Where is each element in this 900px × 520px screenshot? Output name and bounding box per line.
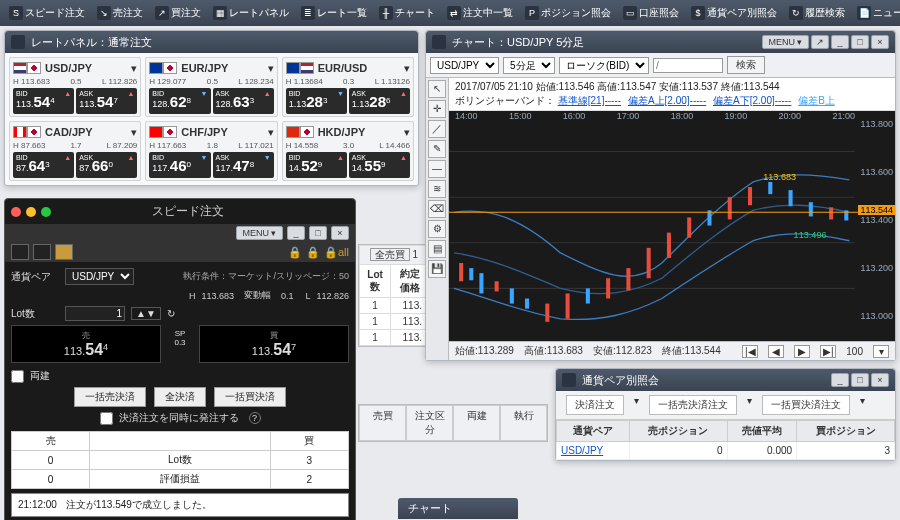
tab-bulk-buy[interactable]: 一括買決済注文 — [762, 395, 850, 415]
chart-date-input[interactable] — [653, 58, 723, 73]
rate-card-EURUSD[interactable]: EUR/USD▾H 1.136840.3L 1.13126BID▼1.13283… — [282, 57, 414, 117]
all-trade-button[interactable]: 全売買 — [370, 248, 410, 261]
card-menu[interactable]: ▾ — [131, 62, 137, 75]
both-checkbox[interactable] — [11, 370, 24, 383]
close-all-button[interactable]: 全決済 — [154, 387, 206, 407]
eraser-tool[interactable]: ⌫ — [428, 200, 446, 218]
card-menu[interactable]: ▾ — [404, 126, 410, 139]
win-close[interactable]: × — [871, 35, 889, 49]
card-menu[interactable]: ▾ — [404, 62, 410, 75]
settings-tool[interactable]: ⚙ — [428, 220, 446, 238]
mode-2[interactable] — [33, 244, 51, 260]
toolbar-item-6[interactable]: ⇄注文中一覧 — [442, 1, 518, 25]
ask-box[interactable]: ASK▲128.633 — [213, 88, 274, 114]
toolbar-item-11[interactable]: 📄ニュース — [852, 1, 900, 25]
lot-refresh-icon[interactable]: ↻ — [167, 308, 175, 319]
toolbar-item-4[interactable]: ≣レート一覧 — [296, 1, 372, 25]
chart-search-button[interactable]: 検索 — [727, 56, 765, 74]
chev-1[interactable]: ▾ — [634, 395, 639, 415]
bb-link-3[interactable]: 偏差B上 — [798, 95, 835, 106]
line-tool[interactable]: ／ — [428, 120, 446, 138]
chart-type-select[interactable]: ローソク(BID) — [559, 57, 649, 74]
bb-link-0[interactable]: 基準線[21]----- — [558, 95, 621, 106]
win-pop[interactable]: ↗ — [811, 35, 829, 49]
bid-box[interactable]: BID▲87.643 — [13, 152, 74, 178]
close-buy-button[interactable]: 一括買決済 — [214, 387, 286, 407]
col-sellavg[interactable]: 売値平均 — [727, 421, 797, 442]
nav-next[interactable]: ▶ — [794, 345, 810, 358]
pair-inq-header[interactable]: 通貨ペア別照会 _ □ × — [556, 369, 895, 391]
chart-plot[interactable]: 14:0015:0016:0017:0018:0019:0020:0021:00… — [449, 111, 895, 341]
horiz-tool[interactable]: — — [428, 160, 446, 178]
bid-box[interactable]: BID▼1.13283 — [286, 88, 347, 114]
win-max[interactable]: □ — [851, 373, 869, 387]
toolbar-item-5[interactable]: ╫チャート — [374, 1, 440, 25]
mode-3[interactable] — [55, 244, 73, 260]
tab-ordertype[interactable]: 注文区分 — [406, 405, 453, 441]
bb-link-2[interactable]: 偏差A下[2.00]----- — [713, 95, 791, 106]
toolbar-item-0[interactable]: Sスピード注文 — [4, 1, 90, 25]
speed-titlebar[interactable]: スピード注文 — [5, 199, 355, 224]
rate-card-CADJPY[interactable]: CAD/JPY▾H 87.6631.7L 87.209BID▲87.643ASK… — [9, 121, 141, 181]
ask-box[interactable]: ASK▲87.660 — [76, 152, 137, 178]
sell-tile[interactable]: 売 113.544 — [11, 325, 161, 363]
lock-all-icon[interactable]: 🔒all — [324, 246, 349, 259]
ask-box[interactable]: ASK▲113.547 — [76, 88, 137, 114]
win-max[interactable]: □ — [851, 35, 869, 49]
toolbar-item-9[interactable]: $通貨ペア別照会 — [686, 1, 782, 25]
chart-menu-button[interactable]: MENU ▾ — [762, 35, 810, 49]
pair-link[interactable]: USD/JPY — [557, 442, 630, 460]
rate-card-CHFJPY[interactable]: CHF/JPY▾H 117.6631.8L 117.021BID▼117.460… — [145, 121, 277, 181]
ask-box[interactable]: ASK▲1.13286 — [349, 88, 410, 114]
buy-tile[interactable]: 買 113.547 — [199, 325, 349, 363]
nav-first[interactable]: |◀ — [742, 345, 758, 358]
bid-box[interactable]: BID▲113.544 — [13, 88, 74, 114]
chart-header[interactable]: チャート：USD/JPY 5分足 MENU ▾ ↗ _ □ × — [426, 31, 895, 53]
win-close[interactable]: × — [331, 226, 349, 240]
speed-menu-button[interactable]: MENU ▾ — [236, 226, 284, 240]
card-menu[interactable]: ▾ — [268, 62, 274, 75]
tab-bulk-sell[interactable]: 一括売決済注文 — [649, 395, 737, 415]
rate-card-HKDJPY[interactable]: HKD/JPY▾H 14.5583.0L 14.466BID▲14.529ASK… — [282, 121, 414, 181]
lock-icon-2[interactable]: 🔒 — [306, 246, 320, 259]
nav-prev[interactable]: ◀ — [768, 345, 784, 358]
chev-3[interactable]: ▾ — [860, 395, 865, 415]
lot-stepper[interactable]: ▲▼ — [131, 307, 161, 320]
chart-pair-select[interactable]: USD/JPY — [430, 57, 499, 74]
max-dot[interactable] — [41, 207, 51, 217]
bid-box[interactable]: BID▲14.529 — [286, 152, 347, 178]
card-menu[interactable]: ▾ — [131, 126, 137, 139]
chart-tab[interactable]: チャート — [398, 498, 518, 519]
table-row[interactable]: USD/JPY 0 0.000 3 — [557, 442, 895, 460]
win-close[interactable]: × — [871, 373, 889, 387]
help-icon[interactable]: ? — [249, 412, 261, 424]
toolbar-item-7[interactable]: Pポジション照会 — [520, 1, 616, 25]
ask-box[interactable]: ASK▲14.559 — [349, 152, 410, 178]
win-max[interactable]: □ — [309, 226, 327, 240]
close-sell-button[interactable]: 一括売決済 — [74, 387, 146, 407]
col-buypos[interactable]: 買ポジション — [797, 421, 895, 442]
toolbar-item-2[interactable]: ↗買注文 — [150, 1, 206, 25]
lock-icon[interactable]: 🔒 — [288, 246, 302, 259]
rate-card-USDJPY[interactable]: USD/JPY▾H 113.6830.5L 112.826BID▲113.544… — [9, 57, 141, 117]
tab-exec[interactable]: 執行 — [500, 405, 547, 441]
chev-2[interactable]: ▾ — [747, 395, 752, 415]
channel-tool[interactable]: ≋ — [428, 180, 446, 198]
bb-link-1[interactable]: 偏差A上[2.00]----- — [628, 95, 706, 106]
mode-1[interactable] — [11, 244, 29, 260]
ask-box[interactable]: ASK▼117.478 — [213, 152, 274, 178]
simul-checkbox[interactable] — [100, 412, 113, 425]
crosshair-tool[interactable]: ✛ — [428, 100, 446, 118]
col-sellpos[interactable]: 売ポジション — [629, 421, 727, 442]
save-tool[interactable]: 💾 — [428, 260, 446, 278]
win-min[interactable]: _ — [287, 226, 305, 240]
col-pair[interactable]: 通貨ペア — [557, 421, 630, 442]
cursor-tool[interactable]: ↖ — [428, 80, 446, 98]
close-dot[interactable] — [11, 207, 21, 217]
tab-settle[interactable]: 決済注文 — [566, 395, 624, 415]
lot-input[interactable] — [65, 306, 125, 321]
min-dot[interactable] — [26, 207, 36, 217]
toolbar-item-1[interactable]: ↘売注文 — [92, 1, 148, 25]
tab-both[interactable]: 両建 — [453, 405, 500, 441]
layers-tool[interactable]: ▤ — [428, 240, 446, 258]
